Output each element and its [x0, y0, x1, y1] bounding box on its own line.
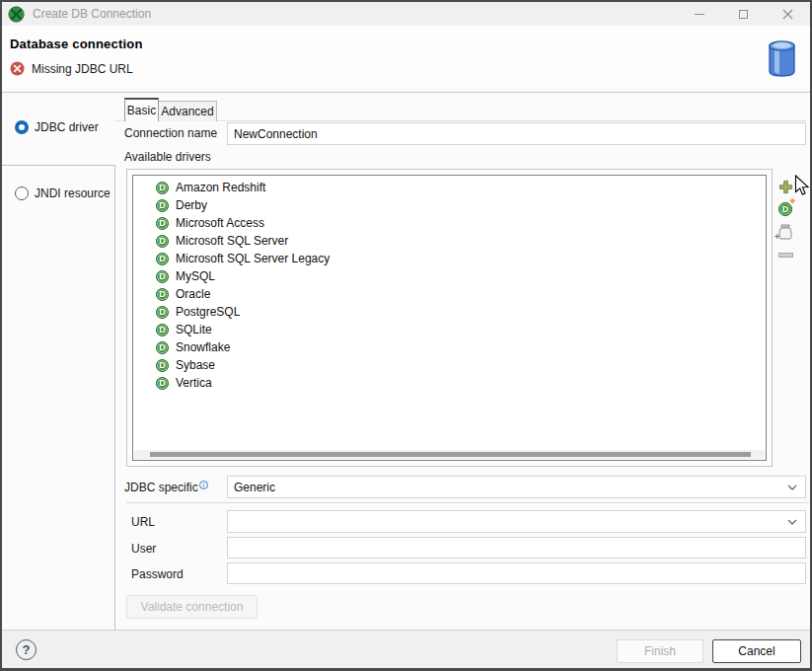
mini-plus-icon: + — [775, 232, 779, 242]
chevron-down-icon — [787, 485, 797, 490]
driver-name: SQLite — [176, 323, 212, 336]
section-separator — [126, 502, 809, 503]
radio-jndi-resource[interactable]: JNDI resource — [15, 186, 111, 200]
horizontal-scrollbar[interactable] — [134, 450, 765, 459]
driver-list-item[interactable]: D Snowflake — [133, 338, 766, 356]
url-label: URL — [131, 515, 155, 529]
tab-basic[interactable]: Basic — [124, 98, 159, 121]
minimize-icon — [695, 14, 704, 15]
driver-badge-icon: D — [156, 306, 169, 319]
footer-bar: ? Finish Cancel — [2, 630, 810, 668]
driver-badge-icon: D — [156, 324, 169, 336]
driver-badge-icon: D — [156, 235, 169, 248]
maximize-button[interactable] — [721, 2, 766, 26]
driver-list-item[interactable]: D SQLite — [133, 321, 766, 338]
radio-label: JDBC driver — [35, 120, 99, 134]
user-label: User — [131, 542, 156, 556]
new-star-icon: ✦ — [788, 196, 796, 206]
finish-button[interactable]: Finish — [617, 639, 703, 663]
page-title: Database connection — [10, 37, 143, 51]
driver-name: Derby — [176, 198, 207, 212]
dialog-header: Database connection Missing JDBC URL — [2, 26, 810, 92]
database-cylinder-icon — [767, 39, 797, 78]
driver-name: Amazon Redshift — [176, 181, 265, 194]
driver-badge-icon: D — [156, 377, 169, 390]
plus-icon — [778, 180, 793, 194]
mouse-cursor — [794, 175, 810, 196]
sidebar-separator — [2, 165, 114, 166]
jdbc-specific-select[interactable]: Generic — [227, 476, 806, 498]
url-combobox[interactable] — [227, 510, 806, 533]
driver-badge-icon: D — [156, 341, 169, 354]
radio-button-icon — [15, 120, 29, 134]
remove-driver-button[interactable] — [776, 246, 794, 263]
close-button[interactable] — [766, 2, 810, 26]
error-message: Missing JDBC URL — [32, 62, 133, 76]
drivers-list[interactable]: D Amazon Redshift D Derby D Microsoft Ac… — [132, 175, 767, 461]
driver-name: Microsoft SQL Server Legacy — [176, 252, 330, 265]
driver-list-item[interactable]: D Vertica — [133, 374, 766, 392]
validate-connection-button[interactable]: Validate connection — [126, 595, 258, 619]
driver-name: Microsoft Access — [176, 216, 264, 230]
connection-name-input[interactable] — [227, 122, 806, 145]
driver-list-item[interactable]: D Microsoft SQL Server — [133, 232, 766, 250]
create-driver-button[interactable]: D ✦ — [776, 200, 794, 218]
sidebar-divider — [114, 165, 115, 630]
drivers-toolbar: D ✦ + — [776, 178, 796, 268]
driver-name: Oracle — [176, 287, 210, 301]
driver-list-item[interactable]: D Derby — [133, 196, 766, 214]
user-input[interactable] — [227, 537, 806, 559]
minus-icon — [778, 253, 793, 258]
window-title: Create DB Connection — [33, 7, 151, 21]
driver-name: Vertica — [176, 376, 212, 390]
header-separator — [2, 92, 810, 93]
driver-badge-icon: D — [156, 182, 169, 194]
driver-badge-icon: D — [156, 288, 169, 301]
driver-name: Snowflake — [176, 340, 230, 354]
driver-name: PostgreSQL — [176, 305, 240, 319]
driver-name: MySQL — [176, 269, 215, 283]
drivers-panel: D Amazon Redshift D Derby D Microsoft Ac… — [126, 169, 773, 467]
jdbc-specific-label-text: JDBC specific — [124, 481, 198, 494]
password-label: Password — [131, 567, 184, 581]
driver-badge-icon: D — [156, 199, 169, 212]
tabstrip-baseline — [115, 120, 806, 121]
driver-badge-icon: D — [156, 359, 169, 372]
jdbc-specific-label: JDBC specifici — [124, 481, 208, 494]
driver-badge-icon: D — [156, 270, 169, 283]
jar-icon — [778, 224, 792, 240]
close-icon — [782, 9, 793, 20]
add-jar-button[interactable]: + — [776, 223, 794, 241]
driver-name: Microsoft SQL Server — [176, 234, 288, 248]
error-icon — [10, 61, 25, 76]
scrollbar-thumb[interactable] — [150, 452, 751, 457]
driver-badge-icon: D — [156, 253, 169, 265]
minimize-button[interactable] — [677, 2, 721, 26]
help-button[interactable]: ? — [16, 639, 37, 660]
driver-list-item[interactable]: D Microsoft Access — [133, 214, 766, 232]
create-db-connection-dialog: Create DB Connection Database connection… — [0, 0, 812, 671]
driver-list-item[interactable]: D PostgreSQL — [133, 303, 766, 321]
add-driver-button[interactable] — [776, 178, 794, 195]
available-drivers-label: Available drivers — [124, 150, 211, 164]
tab-advanced[interactable]: Advanced — [159, 101, 217, 121]
jdbc-specific-value: Generic — [234, 481, 275, 494]
radio-label: JNDI resource — [35, 186, 111, 200]
driver-name: Sybase — [176, 358, 215, 372]
driver-list-item[interactable]: D Amazon Redshift — [133, 179, 766, 196]
driver-list-item[interactable]: D MySQL — [133, 267, 766, 285]
cloverdx-logo-icon — [8, 6, 25, 23]
radio-jdbc-driver[interactable]: JDBC driver — [15, 120, 99, 134]
maximize-icon — [739, 10, 748, 19]
driver-list-item[interactable]: D Microsoft SQL Server Legacy — [133, 250, 766, 267]
driver-list-item[interactable]: D Sybase — [133, 356, 766, 374]
connection-name-label: Connection name — [124, 126, 217, 140]
chevron-down-icon — [787, 519, 797, 525]
validation-error-row: Missing JDBC URL — [10, 61, 133, 76]
driver-badge-icon: D — [156, 217, 169, 230]
password-input[interactable] — [227, 562, 806, 584]
driver-list-item[interactable]: D Oracle — [133, 285, 766, 303]
info-icon: i — [199, 481, 208, 489]
cancel-button[interactable]: Cancel — [712, 639, 801, 663]
title-bar[interactable]: Create DB Connection — [2, 2, 810, 26]
